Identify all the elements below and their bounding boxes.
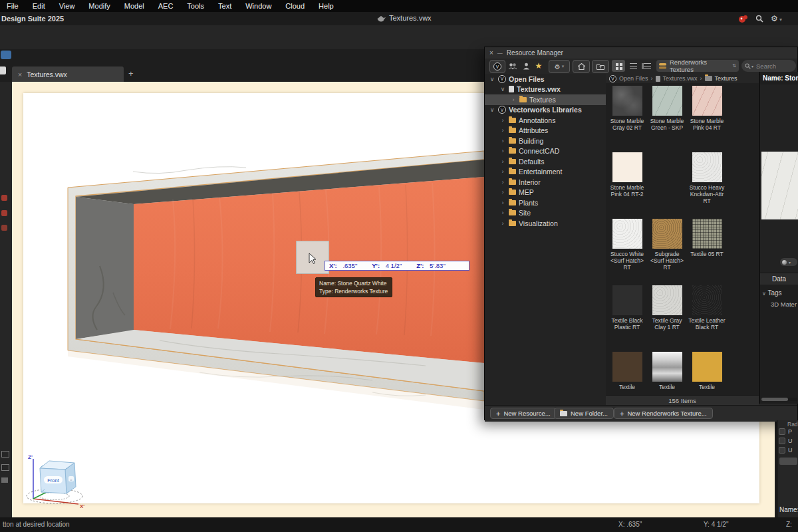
tags-row[interactable]: ∨ Tags <box>762 289 782 297</box>
new-renderworks-texture-button[interactable]: +New Renderworks Texture... <box>614 408 713 419</box>
databar-y-value[interactable]: 4 1/2" <box>386 262 402 269</box>
texture-thumbnail[interactable] <box>652 219 682 249</box>
texture-thumbnail[interactable] <box>612 86 642 116</box>
minimize-icon[interactable]: — <box>497 50 503 56</box>
palette-icon-red-1[interactable] <box>1 195 7 201</box>
tree-library-defaults[interactable]: ›Defaults <box>485 156 606 167</box>
texture-thumbnail[interactable] <box>652 352 682 382</box>
menu-item-window[interactable]: Window <box>245 2 271 10</box>
texture-thumbnail[interactable] <box>692 86 722 116</box>
texture-thumbnail[interactable] <box>692 352 722 382</box>
new-tab-button[interactable]: + <box>128 68 134 78</box>
tree-library-attributes[interactable]: ›Attributes <box>485 126 606 136</box>
dialog-checkbox-row[interactable]: U <box>779 438 798 444</box>
resource-item[interactable]: Stucco Heavy Knckdwn-Attr RT <box>687 151 727 217</box>
tree-file-textures-vwx[interactable]: ∨ Textures.vwx <box>485 84 606 95</box>
palette-icon-red-2[interactable] <box>1 210 7 216</box>
texture-thumbnail[interactable] <box>612 352 642 382</box>
tab-textures-vwx[interactable]: × Textures.vwx <box>12 66 124 82</box>
texture-thumbnail[interactable] <box>692 285 722 315</box>
preview-object-dropdown[interactable]: ▾ <box>780 258 797 266</box>
resource-item[interactable]: Textile 05 RT <box>687 217 727 284</box>
resource-item[interactable]: Stone Marble Pink 04 RT <box>687 84 727 151</box>
menu-item-aec[interactable]: AEC <box>158 2 174 10</box>
filter-vectorworks-icon[interactable]: V <box>489 60 505 73</box>
dialog-fragment-button[interactable] <box>779 458 797 465</box>
dialog-checkbox-row[interactable]: U <box>779 447 798 454</box>
texture-thumbnail[interactable] <box>612 285 642 315</box>
favorites-star-icon[interactable]: ★ <box>533 60 544 72</box>
menu-item-cloud[interactable]: Cloud <box>285 2 305 10</box>
panel-edge-icon[interactable] <box>0 66 6 74</box>
breadcrumb-file[interactable]: Textures.vwx <box>663 75 698 82</box>
search-icon[interactable] <box>755 15 763 23</box>
settings-gear-dropdown[interactable]: ⚙▾ <box>549 60 570 73</box>
dialog-checkbox-row[interactable]: P <box>779 428 798 435</box>
tab-close-icon[interactable]: × <box>18 70 22 78</box>
data-section-header[interactable]: Data <box>760 273 798 285</box>
new-folder-button[interactable]: New Folder... <box>554 408 614 419</box>
workgroup-libraries-icon[interactable] <box>507 60 519 72</box>
texture-thumbnail[interactable] <box>652 285 682 315</box>
resource-item[interactable]: Textile Black Plastic RT <box>607 284 647 350</box>
resource-item[interactable]: Stone Marble Gray 02 RT <box>607 84 647 151</box>
checkbox-icon[interactable] <box>779 447 785 454</box>
tags-child-row[interactable]: 3D Mater <box>771 301 797 308</box>
databar-z-value[interactable]: 5'.83" <box>430 262 446 269</box>
resource-item[interactable]: Subgrade <Surf Hatch> RT <box>647 217 687 284</box>
resource-manager-titlebar[interactable]: × — Resource Manager <box>485 47 797 59</box>
tree-library-site[interactable]: ›Site <box>485 208 606 219</box>
tree-library-interior[interactable]: ›Interior <box>485 177 606 188</box>
view-list-icon[interactable] <box>627 60 639 72</box>
palette-icon-gray-3[interactable] <box>1 477 8 483</box>
gear-icon[interactable]: ⚙ ▾ <box>771 14 782 23</box>
close-icon[interactable]: × <box>489 49 493 57</box>
palette-icon-gray-1[interactable] <box>1 451 9 458</box>
tree-vectorworks-libraries[interactable]: ∨V Vectorworks Libraries <box>485 105 606 116</box>
checkbox-icon[interactable] <box>779 438 785 444</box>
render-alert-icon[interactable] <box>738 15 748 23</box>
folder-up-icon[interactable] <box>592 60 609 73</box>
resource-item[interactable]: Stone Marble Pink 04 RT-2 <box>607 151 647 217</box>
resource-item[interactable]: Stucco White <Surf Hatch> RT <box>607 217 647 284</box>
breadcrumb-open-files[interactable]: Open Files <box>619 75 648 82</box>
tree-library-annotations[interactable]: ›Annotations <box>485 115 606 126</box>
tree-folder-textures-selected[interactable]: › Textures <box>485 94 606 105</box>
saved-view-pill-icon[interactable] <box>1 51 11 59</box>
tree-open-files[interactable]: ∨V Open Files <box>485 74 606 84</box>
palette-icon-gray-2[interactable] <box>1 464 9 471</box>
checkbox-icon[interactable] <box>779 428 785 435</box>
breadcrumb-folder[interactable]: Textures <box>715 75 737 82</box>
menu-item-view[interactable]: View <box>59 2 75 10</box>
texture-thumbnail[interactable] <box>692 152 722 182</box>
menu-item-tools[interactable]: Tools <box>187 2 204 10</box>
view-cube[interactable]: Z' X' Y' Front ⌂ <box>20 452 93 513</box>
palette-icon-red-3[interactable] <box>1 225 7 231</box>
search-input[interactable]: ▾ Search <box>741 60 796 72</box>
menu-item-model[interactable]: Model <box>124 2 144 10</box>
resource-item[interactable]: Textile Leather Black RT <box>687 284 727 350</box>
databar-x-value[interactable]: .635" <box>342 262 357 269</box>
texture-thumbnail[interactable] <box>612 219 642 249</box>
user-libraries-icon[interactable] <box>521 60 531 72</box>
resource-type-dropdown[interactable]: Renderworks Textures ⇅ <box>656 60 739 72</box>
tree-library-entertainment[interactable]: ›Entertainment <box>485 167 606 178</box>
resource-item[interactable]: Stone Marble Green - SKP <box>647 84 687 151</box>
menu-item-help[interactable]: Help <box>319 2 334 10</box>
texture-thumbnail[interactable] <box>652 86 682 116</box>
menu-item-modify[interactable]: Modify <box>88 2 110 10</box>
tree-library-visualization[interactable]: ›Visualization <box>485 218 606 229</box>
texture-thumbnail[interactable] <box>692 219 722 249</box>
new-resource-button[interactable]: +New Resource... <box>490 408 557 419</box>
menu-item-file[interactable]: File <box>7 2 19 10</box>
menu-item-edit[interactable]: Edit <box>33 2 45 10</box>
resource-item[interactable]: Textile Gray Clay 1 RT <box>647 284 687 350</box>
texture-thumbnail[interactable] <box>612 152 642 182</box>
tree-library-mep[interactable]: ›MEP <box>485 188 606 198</box>
view-detail-icon[interactable] <box>640 60 652 72</box>
tree-library-building[interactable]: ›Building <box>485 136 606 146</box>
tree-library-connectcad[interactable]: ›ConnectCAD <box>485 146 606 157</box>
home-icon[interactable] <box>573 60 590 73</box>
floating-data-bar[interactable]: X': .635" Y': 4 1/2" Z': 5'.83" <box>325 261 469 271</box>
horizontal-scrollbar[interactable] <box>761 398 797 401</box>
